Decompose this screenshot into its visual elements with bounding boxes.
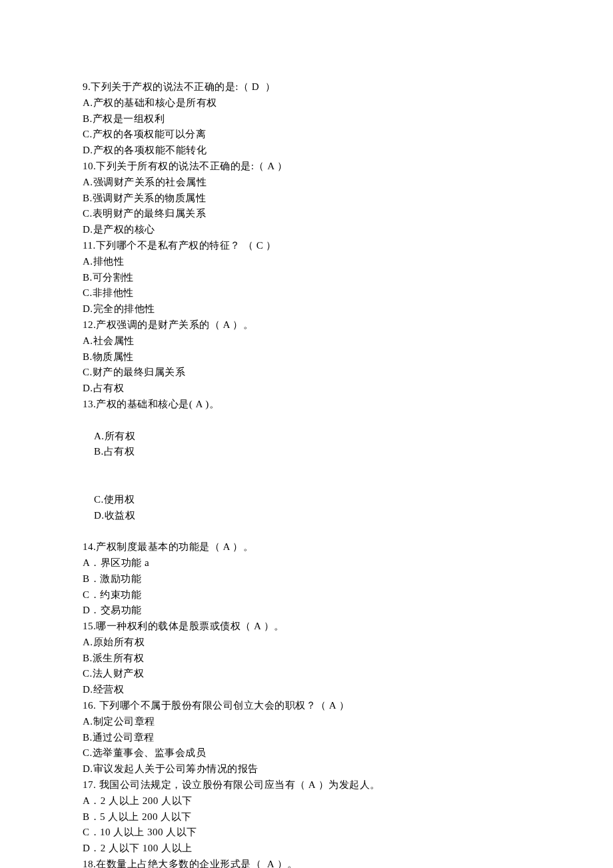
option-b: B.派生所有权: [83, 651, 530, 667]
option-a: A.原始所有权: [83, 635, 530, 651]
question-stem: 11.下列哪个不是私有产权的特征？ （ C ）: [83, 238, 530, 254]
option-b: B．激励功能: [83, 571, 530, 587]
option-c: C.非排他性: [83, 285, 530, 301]
option-d: D．交易功能: [83, 603, 530, 619]
question-stem: 17. 我国公司法规定，设立股份有限公司应当有（ A ）为发起人。: [83, 777, 530, 793]
option-d: D.审议发起人关于公司筹办情况的报告: [83, 761, 530, 777]
question-stem: 16. 下列哪个不属于股份有限公司创立大会的职权？（ A ）: [83, 698, 530, 714]
option-d: D.收益权: [94, 508, 135, 524]
option-row: A.所有权 B.占有权: [83, 413, 530, 476]
option-a: A.排他性: [83, 254, 530, 270]
option-b: B.通过公司章程: [83, 730, 530, 746]
option-c: C．约束功能: [83, 587, 530, 603]
option-d: D.是产权的核心: [83, 222, 530, 238]
document-page: 9.下列关于产权的说法不正确的是:（ D ） A.产权的基础和核心是所有权 B.…: [0, 0, 613, 868]
question-stem: 10.下列关于所有权的说法不正确的是:（ A ）: [83, 159, 530, 175]
option-a: A．2 人以上 200 人以下: [83, 793, 530, 809]
option-d: D.占有权: [83, 381, 530, 397]
option-a: A．界区功能 a: [83, 555, 530, 571]
option-c: C.产权的各项权能可以分离: [83, 127, 530, 143]
option-a: A.社会属性: [83, 333, 530, 349]
option-a: A.所有权: [94, 429, 199, 445]
option-c: C.使用权: [94, 492, 199, 508]
option-c: C．10 人以上 300 人以下: [83, 825, 530, 841]
option-a: A.制定公司章程: [83, 714, 530, 730]
option-b: B.强调财产关系的物质属性: [83, 191, 530, 207]
option-d: D．2 人以下 100 人以上: [83, 841, 530, 857]
question-stem: 13.产权的基础和核心是( A )。: [83, 397, 530, 413]
question-stem: 14.产权制度最基本的功能是（ A ）。: [83, 539, 530, 555]
option-c: C.表明财产的最终归属关系: [83, 206, 530, 222]
option-d: D.经营权: [83, 682, 530, 698]
option-b: B.占有权: [94, 444, 135, 460]
option-c: C.财产的最终归属关系: [83, 365, 530, 381]
option-b: B.可分割性: [83, 270, 530, 286]
option-d: D.完全的排他性: [83, 301, 530, 317]
option-b: B．5 人以上 200 人以下: [83, 809, 530, 825]
option-b: B.物质属性: [83, 349, 530, 365]
option-b: B.产权是一组权利: [83, 111, 530, 127]
option-c: C.法人财产权: [83, 666, 530, 682]
option-c: C.选举董事会、监事会成员: [83, 745, 530, 761]
option-row: C.使用权 D.收益权: [83, 476, 530, 539]
option-d: D.产权的各项权能不能转化: [83, 143, 530, 159]
question-stem: 9.下列关于产权的说法不正确的是:（ D ）: [83, 79, 530, 95]
option-a: A.强调财产关系的社会属性: [83, 175, 530, 191]
option-a: A.产权的基础和核心是所有权: [83, 95, 530, 111]
question-stem: 15.哪一种权利的载体是股票或债权（ A ）。: [83, 619, 530, 635]
question-stem: 12.产权强调的是财产关系的（ A ）。: [83, 317, 530, 333]
question-stem: 18.在数量上占绝大多数的企业形式是（ A ）。: [83, 857, 530, 868]
